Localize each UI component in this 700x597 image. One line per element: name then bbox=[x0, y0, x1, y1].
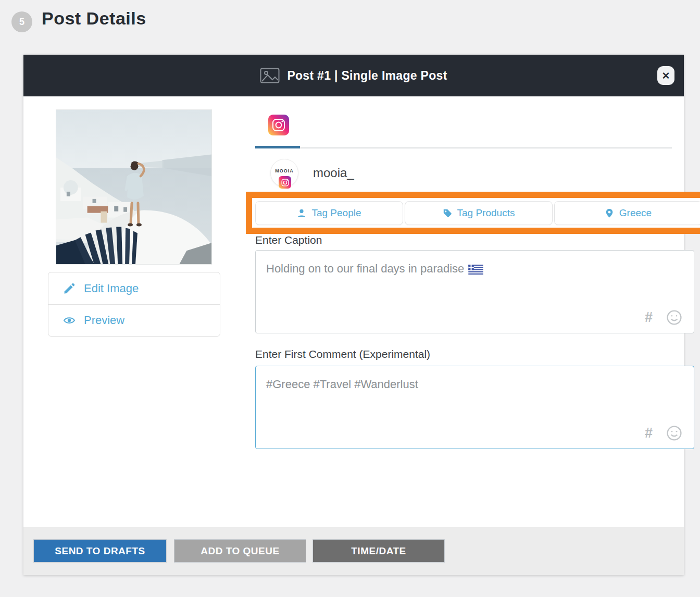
person-icon bbox=[297, 208, 306, 218]
location-button[interactable]: Greece bbox=[554, 201, 700, 225]
add-to-queue-button[interactable]: ADD TO QUEUE bbox=[174, 539, 306, 563]
hashtag-icon[interactable]: # bbox=[645, 310, 653, 325]
tab-divider bbox=[255, 147, 672, 148]
hashtag-icon[interactable]: # bbox=[645, 426, 653, 440]
close-icon: ✕ bbox=[662, 70, 670, 82]
greece-flag-emoji bbox=[468, 265, 483, 275]
eye-icon bbox=[63, 314, 76, 327]
pencil-icon bbox=[63, 282, 76, 295]
time-date-button[interactable]: TIME/DATE bbox=[312, 539, 445, 563]
caption-tools: # bbox=[645, 309, 682, 326]
avatar-label: MOOIA bbox=[275, 168, 294, 173]
tagging-toolbar-highlight: Tag People Tag Products Greece bbox=[246, 192, 700, 234]
page-title: Post Details bbox=[42, 8, 146, 29]
post-editor-modal: Post #1 | Single Image Post ✕ bbox=[23, 55, 684, 575]
caption-input[interactable]: Holding on to our final days in paradise… bbox=[255, 250, 694, 333]
preview-button[interactable]: Preview bbox=[48, 304, 220, 336]
tag-products-label: Tag Products bbox=[457, 207, 515, 219]
tab-active-indicator bbox=[255, 146, 300, 148]
modal-footer: SEND TO DRAFTS ADD TO QUEUE TIME/DATE bbox=[23, 527, 684, 575]
edit-image-button[interactable]: Edit Image bbox=[48, 272, 220, 304]
single-image-post-icon bbox=[260, 68, 280, 83]
tag-people-label: Tag People bbox=[311, 207, 361, 219]
step-number: 5 bbox=[19, 17, 24, 28]
image-actions-panel: Edit Image Preview bbox=[48, 272, 220, 337]
modal-title: Post #1 | Single Image Post bbox=[287, 69, 447, 83]
account-avatar: MOOIA bbox=[270, 159, 298, 187]
tab-instagram[interactable] bbox=[268, 115, 289, 135]
step-number-badge: 5 bbox=[11, 11, 32, 32]
close-button[interactable]: ✕ bbox=[657, 66, 674, 85]
tag-people-button[interactable]: Tag People bbox=[255, 201, 403, 225]
send-to-drafts-button[interactable]: SEND TO DRAFTS bbox=[33, 539, 167, 563]
tag-icon bbox=[443, 208, 452, 218]
comment-tools: # bbox=[645, 425, 682, 441]
emoji-picker-icon[interactable] bbox=[666, 309, 682, 326]
emoji-picker-icon[interactable] bbox=[666, 425, 682, 441]
post-image-preview[interactable] bbox=[56, 109, 212, 265]
modal-header: Post #1 | Single Image Post ✕ bbox=[23, 55, 684, 96]
first-comment-input[interactable]: #Greece #Travel #Wanderlust # bbox=[255, 366, 694, 449]
tag-products-button[interactable]: Tag Products bbox=[405, 201, 553, 225]
instagram-badge-icon bbox=[279, 176, 291, 189]
post-details-page: 5 Post Details Post #1 | Single Image Po… bbox=[0, 0, 700, 597]
account-row: MOOIA mooia_ bbox=[270, 159, 354, 187]
post-image bbox=[56, 110, 211, 264]
caption-text: Holding on to our final days in paradise bbox=[266, 262, 683, 276]
caption-label: Enter Caption bbox=[255, 234, 322, 246]
first-comment-text: #Greece #Travel #Wanderlust bbox=[266, 378, 683, 391]
account-username: mooia_ bbox=[313, 166, 354, 180]
edit-image-label: Edit Image bbox=[84, 282, 139, 295]
location-label: Greece bbox=[619, 207, 652, 219]
location-pin-icon bbox=[605, 208, 614, 218]
preview-label: Preview bbox=[84, 314, 124, 327]
first-comment-label: Enter First Comment (Experimental) bbox=[255, 348, 430, 360]
instagram-icon bbox=[272, 118, 285, 132]
